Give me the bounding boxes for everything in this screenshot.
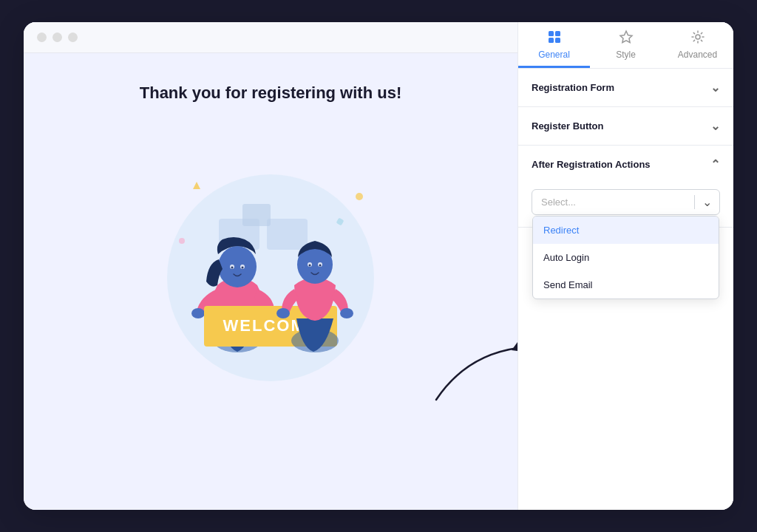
action-dropdown: Redirect Auto Login Send Email	[532, 216, 719, 299]
after-registration-section: After Registration Actions ⌃ Select... ⌄…	[518, 146, 733, 228]
tab-general[interactable]: General	[518, 22, 590, 68]
svg-rect-27	[549, 31, 554, 36]
svg-rect-30	[555, 38, 560, 43]
welcome-illustration: WELCOME	[130, 126, 411, 385]
after-registration-header[interactable]: After Registration Actions ⌃	[518, 146, 733, 183]
action-select-chevron[interactable]: ⌄	[694, 195, 719, 209]
style-icon	[619, 30, 634, 47]
browser-dot-1	[37, 33, 47, 42]
dropdown-item-sendemail[interactable]: Send Email	[533, 271, 719, 299]
after-registration-chevron: ⌃	[710, 157, 720, 171]
register-button-section: Register Button ⌄	[518, 107, 733, 146]
tab-advanced-label: Advanced	[678, 50, 717, 60]
svg-point-15	[242, 266, 244, 268]
svg-point-0	[167, 174, 374, 381]
register-button-label: Register Button	[532, 120, 604, 132]
svg-point-25	[319, 264, 322, 266]
svg-point-11	[218, 246, 257, 287]
browser-dot-2	[52, 33, 62, 42]
svg-point-7	[179, 238, 185, 244]
svg-point-31	[696, 35, 700, 39]
preview-panel: Thank you for registering with us!	[24, 22, 517, 510]
svg-marker-26	[512, 342, 517, 352]
dropdown-item-autologin[interactable]: Auto Login	[533, 244, 719, 271]
tab-style-label: Style	[616, 50, 636, 60]
svg-point-24	[309, 264, 311, 266]
browser-dot-3	[68, 33, 78, 42]
svg-rect-3	[242, 204, 271, 226]
tab-advanced[interactable]: Advanced	[662, 22, 733, 68]
browser-bar	[24, 22, 517, 53]
dropdown-item-redirect[interactable]: Redirect	[533, 216, 719, 244]
app-container: Thank you for registering with us!	[24, 22, 733, 510]
svg-point-20	[340, 308, 353, 318]
svg-marker-4	[193, 182, 200, 189]
svg-rect-2	[267, 219, 308, 250]
tab-general-label: General	[538, 50, 570, 60]
after-registration-body: Select... ⌄ Redirect Auto Login Send Ema…	[518, 183, 733, 227]
svg-rect-29	[549, 38, 554, 43]
svg-point-5	[356, 193, 363, 200]
action-select-wrapper: Select... ⌄ Redirect Auto Login Send Ema…	[532, 189, 720, 215]
settings-panel: General Style Advanced	[517, 22, 733, 510]
svg-rect-28	[555, 31, 560, 36]
action-select-input[interactable]: Select...	[532, 190, 694, 214]
svg-point-9	[191, 308, 205, 318]
illustration-area: WELCOME	[46, 126, 495, 385]
tab-bar: General Style Advanced	[518, 22, 733, 69]
register-button-header[interactable]: Register Button ⌄	[518, 107, 733, 145]
welcome-heading: Thank you for registering with us!	[140, 83, 401, 104]
registration-form-header[interactable]: Registration Form ⌄	[518, 69, 733, 106]
after-registration-label: After Registration Actions	[532, 159, 651, 170]
general-icon	[547, 30, 562, 47]
registration-form-label: Registration Form	[532, 82, 614, 93]
registration-form-chevron: ⌄	[710, 81, 720, 95]
svg-point-14	[231, 266, 234, 268]
svg-point-19	[276, 308, 290, 318]
registration-form-section: Registration Form ⌄	[518, 69, 733, 107]
tab-style[interactable]: Style	[590, 22, 662, 68]
arrow-decoration	[421, 326, 517, 415]
preview-content: Thank you for registering with us!	[24, 53, 517, 510]
advanced-icon	[690, 30, 705, 47]
register-button-chevron: ⌄	[710, 119, 720, 133]
